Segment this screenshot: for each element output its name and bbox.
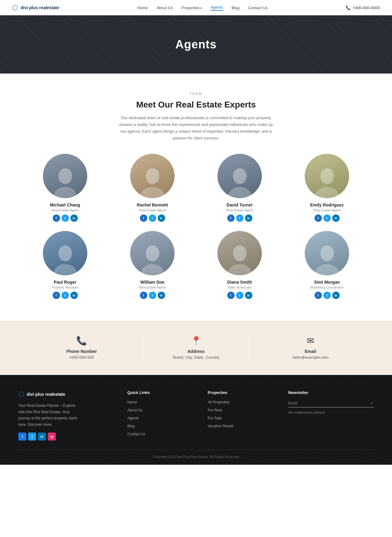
svg-point-15	[315, 264, 339, 275]
facebook-btn-william[interactable]: f	[140, 292, 147, 299]
twitter-btn-william[interactable]: t	[149, 292, 156, 299]
svg-point-13	[228, 264, 252, 275]
svg-point-0	[58, 168, 72, 184]
footer-quick-links: Quick Links Home About Us Agents Blog Co…	[127, 390, 199, 441]
address-contact-icon: 📍	[191, 336, 202, 346]
svg-point-8	[58, 245, 72, 261]
linkedin-btn-michael[interactable]: in	[70, 214, 78, 222]
header: ⬡ divi plus realestate Home About Us Pro…	[0, 0, 392, 15]
agent-role-william: Real Estate Agent	[139, 286, 166, 289]
linkedin-btn-paul[interactable]: in	[70, 292, 78, 299]
svg-point-9	[54, 264, 77, 275]
nav-contact[interactable]: Contact Us	[248, 6, 268, 10]
twitter-btn-emily[interactable]: t	[323, 214, 331, 222]
footer-social: f t in ig	[18, 433, 118, 441]
email-contact-icon: ✉	[307, 336, 314, 346]
footer-linkedin-btn[interactable]: in	[38, 433, 46, 441]
nav-home[interactable]: Home	[137, 6, 148, 10]
agent-role-diana: Sales Associate	[228, 286, 252, 289]
twitter-btn-michael[interactable]: t	[62, 214, 69, 222]
address-contact-value: Street, City, State, Country	[172, 355, 220, 360]
twitter-btn-simi[interactable]: t	[323, 292, 331, 299]
social-links-michael: f t in	[53, 214, 78, 222]
svg-point-2	[146, 168, 159, 184]
nav-agents[interactable]: Agents	[210, 5, 223, 11]
footer-facebook-btn[interactable]: f	[18, 433, 26, 441]
phone-contact-icon: 📞	[76, 336, 87, 346]
facebook-btn-david[interactable]: f	[227, 214, 235, 222]
nav-properties[interactable]: Properties	[181, 6, 202, 10]
svg-point-1	[54, 187, 77, 198]
phone-icon: 📞	[346, 6, 351, 10]
agent-name-diana: Diana Smith	[227, 280, 252, 285]
agent-name-simi: Simi Morgan	[314, 280, 340, 285]
social-links-david: f t in	[227, 214, 252, 222]
agent-name-emily: Emily Rodriguez	[310, 202, 344, 207]
agent-role-paul: Property Manager	[51, 286, 78, 289]
footer-twitter-btn[interactable]: t	[28, 433, 36, 441]
footer-link-all-properties[interactable]: All Properties	[208, 400, 229, 404]
linkedin-btn-william[interactable]: in	[158, 292, 165, 299]
main-nav: Home About Us Properties Agents Blog Con…	[137, 5, 268, 11]
team-title: Meet Our Real Estate Experts	[24, 100, 368, 110]
copyright-text: Copyright 2023 Divi Plus Real Estate. Al…	[153, 455, 239, 459]
footer-link-agents[interactable]: Agents	[127, 416, 139, 420]
svg-point-4	[233, 168, 247, 184]
footer-logo[interactable]: ⬡ divi plus realestate	[18, 390, 118, 398]
linkedin-btn-rachel[interactable]: in	[158, 214, 165, 222]
phone-contact-label: Phone Number	[66, 349, 97, 354]
facebook-btn-paul[interactable]: f	[53, 292, 60, 299]
contact-bar: 📞 Phone Number +000-000-000 📍 Address St…	[0, 320, 392, 375]
facebook-btn-diana[interactable]: f	[227, 292, 235, 299]
newsletter-arrow[interactable]: →	[369, 400, 374, 406]
footer-link-blog[interactable]: Blog	[127, 424, 135, 428]
footer-link-vacation[interactable]: Vacation Rental	[208, 424, 233, 428]
agents-grid: Michael Chang Real Estate Agent f t in R…	[24, 154, 368, 299]
facebook-btn-simi[interactable]: f	[315, 292, 322, 299]
footer-link-for-rent[interactable]: For Rent	[208, 408, 222, 412]
footer-brand: ⬡ divi plus realestate Your Real Estate …	[18, 390, 118, 441]
footer-instagram-btn[interactable]: ig	[48, 433, 56, 441]
svg-point-6	[320, 168, 334, 184]
newsletter-email-input[interactable]	[288, 399, 369, 407]
agent-photo-emily	[305, 154, 349, 198]
agent-avatar-rachel	[130, 154, 175, 198]
nav-blog[interactable]: Blog	[232, 6, 239, 10]
linkedin-btn-emily[interactable]: in	[332, 214, 340, 222]
footer-link-for-sale[interactable]: For Sale	[208, 416, 221, 420]
logo[interactable]: ⬡ divi plus realestate	[12, 4, 59, 12]
footer-link-home[interactable]: Home	[127, 400, 137, 404]
agent-card-diana: Diana Smith Sales Associate f t in	[199, 231, 280, 299]
footer-link-contact[interactable]: Contact Us	[127, 432, 145, 436]
social-links-william: f t in	[140, 292, 165, 299]
facebook-btn-emily[interactable]: f	[315, 214, 322, 222]
twitter-btn-diana[interactable]: t	[236, 292, 243, 299]
svg-point-7	[315, 187, 339, 198]
agent-role-david: Real Estate Agent	[226, 208, 253, 212]
agent-photo-rachel	[130, 154, 175, 198]
footer-quick-links-heading: Quick Links	[127, 390, 199, 395]
agent-role-michael: Real Estate Agent	[51, 208, 78, 212]
linkedin-btn-david[interactable]: in	[245, 214, 252, 222]
phone-number: +000-000-0000	[352, 6, 380, 10]
agent-role-emily: Real Estate Agent	[313, 208, 340, 212]
team-section: TEAM Meet Our Real Estate Experts Our de…	[0, 74, 392, 320]
phone-contact-value: +000-000-000	[69, 355, 94, 360]
agent-card-david: David Turner Real Estate Agent f t in	[199, 154, 280, 222]
agent-role-simi: Marketing Coordinator	[310, 286, 344, 289]
agent-card-emily: Emily Rodriguez Real Estate Agent f t in	[286, 154, 368, 222]
footer-logo-text: divi plus realestate	[27, 392, 65, 397]
linkedin-btn-diana[interactable]: in	[245, 292, 252, 299]
linkedin-btn-simi[interactable]: in	[332, 292, 340, 299]
agent-avatar-diana	[217, 231, 262, 275]
twitter-btn-david[interactable]: t	[236, 214, 243, 222]
facebook-btn-michael[interactable]: f	[53, 214, 60, 222]
footer-link-about[interactable]: About Us	[127, 408, 142, 412]
contact-email: ✉ Email hello@example.com	[253, 333, 368, 363]
agent-photo-david	[217, 154, 262, 198]
twitter-btn-rachel[interactable]: t	[149, 214, 156, 222]
agent-name-william: William Doe	[140, 280, 164, 285]
twitter-btn-paul[interactable]: t	[62, 292, 69, 299]
facebook-btn-rachel[interactable]: f	[140, 214, 147, 222]
nav-about[interactable]: About Us	[156, 6, 173, 10]
